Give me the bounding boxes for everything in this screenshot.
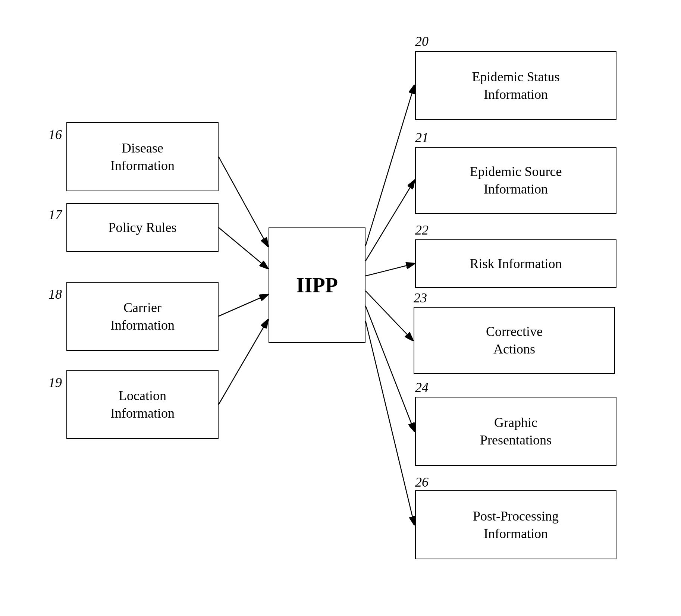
epidemic-status-box: Epidemic StatusInformation	[415, 51, 616, 120]
num-22: 22	[415, 222, 429, 238]
disease-info-label: DiseaseInformation	[110, 139, 175, 175]
carrier-info-label: CarrierInformation	[110, 299, 175, 334]
svg-line-6	[365, 180, 414, 261]
svg-line-4	[219, 320, 268, 405]
epidemic-source-label: Epidemic SourceInformation	[470, 163, 562, 198]
graphic-presentations-box: GraphicPresentations	[415, 397, 616, 466]
epidemic-status-label: Epidemic StatusInformation	[472, 68, 560, 103]
svg-line-9	[365, 306, 414, 431]
num-17: 17	[48, 207, 62, 223]
num-24: 24	[415, 380, 429, 395]
svg-line-7	[365, 264, 414, 276]
svg-line-1	[219, 157, 268, 246]
num-20: 20	[415, 34, 429, 49]
location-info-box: LocationInformation	[66, 370, 219, 439]
svg-line-5	[365, 85, 414, 246]
risk-info-label: Risk Information	[470, 255, 562, 273]
svg-line-10	[365, 321, 414, 525]
epidemic-source-box: Epidemic SourceInformation	[415, 147, 616, 214]
risk-info-box: Risk Information	[415, 239, 616, 288]
svg-line-3	[219, 295, 268, 316]
svg-line-2	[219, 227, 268, 268]
disease-info-box: DiseaseInformation	[66, 122, 219, 191]
policy-rules-box: Policy Rules	[66, 203, 219, 252]
num-26: 26	[415, 474, 429, 490]
num-19: 19	[48, 375, 62, 390]
num-21: 21	[415, 130, 429, 145]
iipp-label: IIPP	[296, 272, 338, 299]
num-23: 23	[414, 290, 427, 306]
post-processing-label: Post-ProcessingInformation	[473, 507, 559, 543]
svg-line-8	[365, 291, 413, 340]
post-processing-box: Post-ProcessingInformation	[415, 490, 616, 559]
num-18: 18	[48, 286, 62, 302]
carrier-info-box: CarrierInformation	[66, 282, 219, 351]
policy-rules-label: Policy Rules	[108, 219, 176, 236]
graphic-presentations-label: GraphicPresentations	[480, 414, 552, 449]
num-16: 16	[48, 127, 62, 142]
location-info-label: LocationInformation	[110, 387, 175, 422]
iipp-box: IIPP	[269, 227, 365, 343]
corrective-actions-box: CorrectiveActions	[414, 307, 615, 374]
diagram: 16 DiseaseInformation 17 Policy Rules 18…	[0, 0, 681, 616]
corrective-actions-label: CorrectiveActions	[486, 323, 543, 358]
